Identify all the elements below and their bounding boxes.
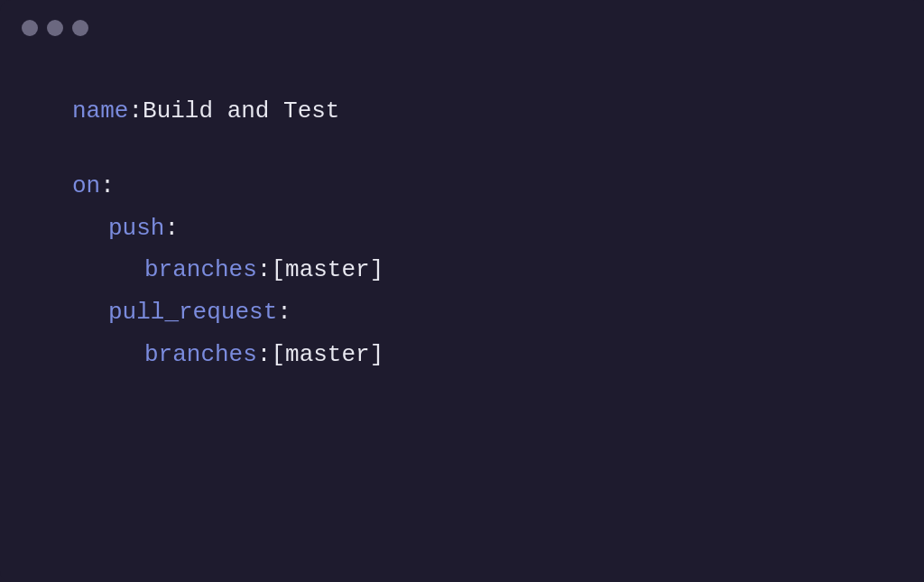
branches-key-2: branches bbox=[144, 334, 257, 376]
pull-request-key: pull_request bbox=[108, 291, 277, 334]
branches-colon-1: : bbox=[257, 249, 272, 291]
branches-key-1: branches bbox=[144, 249, 257, 291]
on-key: on bbox=[72, 165, 100, 208]
name-colon: : bbox=[128, 90, 143, 133]
code-line-name: name : Build and Test bbox=[72, 90, 852, 133]
on-colon: : bbox=[100, 165, 115, 208]
pull-request-colon: : bbox=[277, 291, 291, 334]
code-line-push: push : bbox=[72, 208, 852, 250]
name-value: Build and Test bbox=[143, 90, 339, 133]
branches-colon-2: : bbox=[257, 334, 272, 376]
code-editor: name : Build and Test on : push : branch… bbox=[0, 36, 924, 430]
push-colon: : bbox=[164, 208, 179, 250]
name-key: name bbox=[72, 90, 128, 133]
blank-line-1 bbox=[72, 133, 852, 165]
code-line-branches-2: branches : [master] bbox=[72, 334, 852, 376]
window-dot-3 bbox=[72, 20, 88, 36]
window-dot-2 bbox=[47, 20, 63, 36]
code-line-branches-1: branches : [master] bbox=[72, 249, 852, 291]
window-dot-1 bbox=[22, 20, 38, 36]
code-line-pull-request: pull_request : bbox=[72, 291, 852, 334]
terminal-window: name : Build and Test on : push : branch… bbox=[0, 0, 924, 582]
branches-value-1: [master] bbox=[271, 249, 383, 291]
title-bar bbox=[0, 0, 924, 36]
branches-value-2: [master] bbox=[271, 334, 383, 376]
code-line-on: on : bbox=[72, 165, 852, 208]
push-key: push bbox=[108, 208, 164, 250]
